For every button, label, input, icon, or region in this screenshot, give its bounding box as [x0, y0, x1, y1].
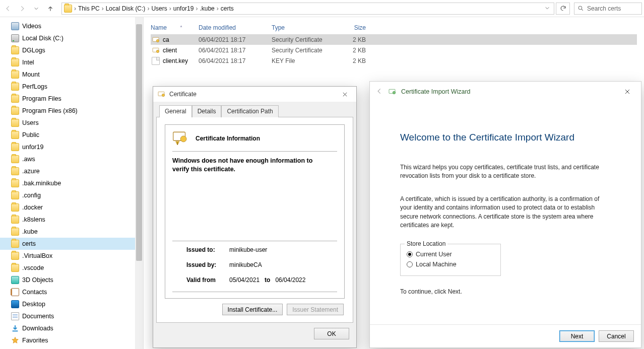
tree-item[interactable]: .aws [0, 153, 143, 165]
file-row[interactable]: client.key 06/04/2021 18:17 KEY File 2 K… [151, 55, 637, 66]
crumb[interactable]: This PC› [78, 5, 104, 12]
wizard-paragraph: This wizard helps you copy certificates,… [400, 163, 611, 181]
dialog-titlebar[interactable]: Certificate [153, 87, 356, 102]
tree-item[interactable]: DGLogs [0, 44, 143, 56]
tree-item[interactable]: .docker [0, 201, 143, 214]
file-row[interactable]: ca 06/04/2021 18:17 Security Certificate… [151, 34, 637, 45]
documents-icon [11, 312, 19, 320]
tree-item-certs[interactable]: certs [0, 238, 143, 250]
install-certificate-button[interactable]: Install Certificate... [222, 304, 283, 315]
radio-current-user[interactable]: Current User [407, 249, 494, 259]
tree-item-videos[interactable]: Videos [0, 20, 143, 32]
tree-item[interactable]: Intel [0, 56, 143, 68]
certificate-dialog: Certificate General Details Certificatio… [153, 86, 357, 348]
svg-rect-10 [177, 144, 178, 145]
tab-certpath[interactable]: Certification Path [221, 105, 278, 117]
tab-details[interactable]: Details [192, 105, 222, 117]
folder-icon [11, 71, 19, 79]
issued-to-value: minikube-user [229, 246, 267, 253]
tree-item[interactable]: Program Files (x86) [0, 105, 143, 117]
file-row[interactable]: client 06/04/2021 18:17 Security Certifi… [151, 45, 637, 55]
folder-tree: Videos Local Disk (C:) DGLogs Intel Moun… [0, 17, 144, 349]
nav-up-button[interactable] [44, 3, 56, 15]
issuer-statement-button: Issuer Statement [287, 304, 344, 315]
crumb[interactable]: Local Disk (C:)› [106, 5, 150, 12]
close-button[interactable] [337, 89, 352, 100]
crumb[interactable]: .kube› [200, 5, 218, 12]
crumb[interactable]: unfor19› [173, 5, 198, 12]
tree-item[interactable]: .k8slens [0, 214, 143, 226]
tree-item[interactable]: Program Files [0, 93, 143, 105]
scrollbar-thumb[interactable] [136, 24, 142, 261]
tree-item[interactable]: unfor19 [0, 141, 143, 153]
nav-forward-button[interactable] [16, 3, 28, 15]
certificate-icon [152, 36, 160, 44]
tree-item[interactable]: Mount [0, 68, 143, 81]
ok-button[interactable]: OK [314, 328, 349, 339]
tree-item[interactable]: Public [0, 129, 143, 141]
wizard-app-title: Certificate Import Wizard [401, 88, 471, 95]
certificate-warning-icon [172, 131, 189, 146]
col-type[interactable]: Type [272, 24, 331, 31]
scrollbar[interactable] [135, 17, 143, 349]
crumb[interactable]: Users› [151, 5, 171, 12]
folder-icon [11, 179, 19, 187]
tree-item[interactable]: .vscode [0, 262, 143, 274]
tree-item[interactable]: Favorites [0, 334, 143, 346]
videos-icon [11, 22, 19, 30]
tree-item-local-disk[interactable]: Local Disk (C:) [0, 32, 143, 44]
certificate-icon [152, 46, 160, 54]
tab-general[interactable]: General [159, 105, 192, 117]
explorer-topbar: › This PC› Local Disk (C:)› Users› unfor… [0, 0, 644, 17]
address-bar[interactable]: › This PC› Local Disk (C:)› Users› unfor… [61, 3, 554, 15]
store-location-group: Store Location Current User Local Machin… [400, 244, 501, 276]
wizard-close-button[interactable] [620, 85, 635, 98]
tree-item[interactable]: .kube [0, 226, 143, 238]
tree-item[interactable]: Downloads [0, 322, 143, 334]
wizard-paragraph: A certificate, which is issued by a cert… [400, 195, 611, 230]
tree-item[interactable]: Users [0, 117, 143, 129]
tab-page-general: Certificate Information Windows does not… [156, 117, 353, 323]
col-date[interactable]: Date modified [199, 24, 272, 31]
tree-item[interactable]: .config [0, 189, 143, 201]
tree-item[interactable]: .azure [0, 165, 143, 177]
nav-recent-dropdown[interactable] [30, 3, 42, 15]
tree-item[interactable]: PerfLogs [0, 81, 143, 93]
radio-local-machine[interactable]: Local Machine [407, 259, 494, 269]
folder-icon [11, 95, 19, 103]
wizard-back-button[interactable] [376, 88, 383, 96]
folder-icon [11, 131, 19, 139]
dialog-title: Certificate [169, 91, 197, 98]
folder-icon [11, 46, 19, 54]
tree-item[interactable]: .bak.minikube [0, 177, 143, 189]
crumb[interactable]: certs [221, 5, 234, 12]
folder-icon [11, 228, 19, 236]
tree-item[interactable]: Contacts [0, 286, 143, 298]
favorites-icon [11, 336, 19, 344]
desktop-icon [11, 300, 19, 308]
cancel-button[interactable]: Cancel [599, 330, 634, 342]
wizard-header: Certificate Import Wizard [370, 82, 641, 102]
tree-item[interactable]: 3D Objects [0, 274, 143, 286]
certificate-icon [388, 88, 396, 96]
tree-item[interactable]: Documents [0, 310, 143, 322]
folder-icon [64, 5, 72, 13]
valid-from-value: 05/04/2021 [229, 276, 260, 284]
col-size[interactable]: Size [331, 24, 369, 31]
search-input[interactable]: Search certs [574, 3, 642, 15]
address-dropdown[interactable] [543, 5, 552, 12]
downloads-icon [11, 324, 19, 332]
column-headers: Name˄ Date modified Type Size [151, 21, 637, 34]
issued-by-value: minikubeCA [229, 261, 262, 268]
next-button[interactable]: Next [559, 330, 595, 342]
folder-icon [11, 264, 19, 272]
col-name[interactable]: Name˄ [151, 24, 199, 31]
tree-item[interactable]: Desktop [0, 298, 143, 310]
search-icon [577, 5, 584, 12]
refresh-button[interactable] [556, 3, 570, 15]
cert-message: Windows does not have enough information… [172, 157, 313, 174]
search-placeholder: Search certs [587, 5, 621, 12]
nav-back-button[interactable] [2, 3, 14, 15]
tree-item[interactable]: .VirtualBox [0, 250, 143, 262]
svg-point-8 [180, 136, 186, 142]
